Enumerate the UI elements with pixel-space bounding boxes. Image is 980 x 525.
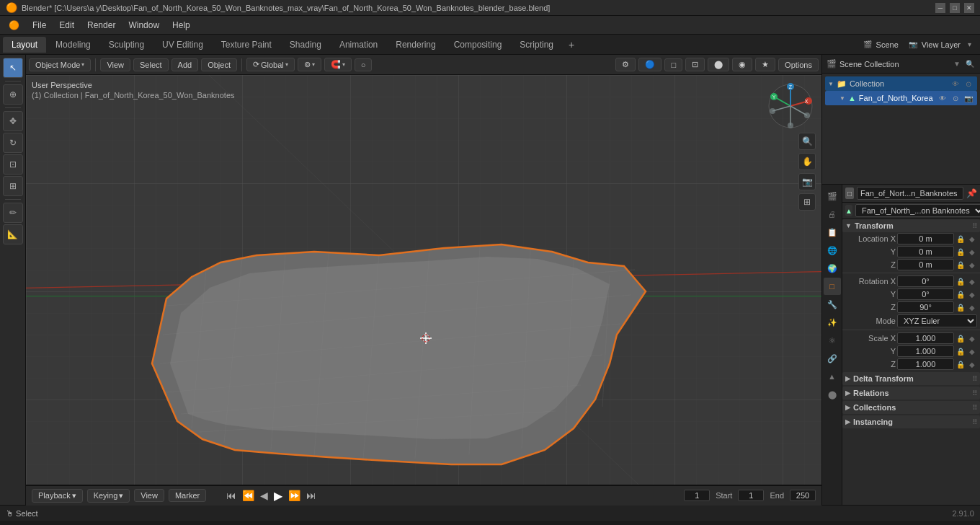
collection-visibility-icon[interactable]: 👁: [950, 78, 961, 89]
viewport-canvas[interactable]: User Perspective (1) Collection | Fan_of…: [26, 75, 821, 485]
rotation-y-keyframe[interactable]: ◆: [967, 289, 977, 299]
tab-sculpting[interactable]: Sculpting: [100, 37, 153, 53]
gizmo-area[interactable]: X Y Z: [765, 81, 816, 133]
annotate-tool-button[interactable]: ✏: [3, 203, 23, 223]
location-y-value[interactable]: 0 m: [897, 246, 954, 257]
menu-window[interactable]: Window: [122, 19, 165, 32]
scale-y-lock[interactable]: 🔒: [956, 346, 966, 356]
instancing-options-icon[interactable]: ⠿: [972, 418, 977, 426]
particles-props-button[interactable]: ✨: [824, 314, 841, 331]
object-menu-button[interactable]: Object: [201, 58, 237, 71]
rotation-mode-dropdown[interactable]: XYZ Euler: [897, 314, 977, 327]
end-frame-value[interactable]: 250: [790, 490, 816, 501]
output-props-button[interactable]: 🖨: [824, 206, 841, 223]
scale-tool-button[interactable]: ⊡: [3, 154, 23, 175]
menu-render[interactable]: Render: [81, 19, 121, 32]
tab-modeling[interactable]: Modeling: [47, 37, 99, 53]
menu-file[interactable]: File: [27, 19, 52, 32]
physics-props-button[interactable]: ⚛: [824, 332, 841, 349]
play-reverse-button[interactable]: ◀: [259, 490, 270, 501]
scene-collection-row[interactable]: ▼ 📁 Collection 👁 ⊙: [825, 76, 977, 91]
select-tool-button[interactable]: ↖: [3, 58, 23, 78]
relations-options-icon[interactable]: ⠿: [972, 389, 977, 397]
location-x-lock[interactable]: 🔒: [956, 234, 966, 244]
view-layer-dropdown-icon[interactable]: ▾: [968, 40, 971, 48]
scale-z-lock[interactable]: 🔒: [956, 359, 966, 369]
world-props-button[interactable]: 🌍: [824, 260, 841, 277]
view-layer-props-button[interactable]: 📋: [824, 224, 841, 241]
location-y-lock[interactable]: 🔒: [956, 247, 966, 257]
transform-orientation-button[interactable]: ⟳ Global ▾: [246, 58, 295, 71]
wireframe-shading-button[interactable]: ⊡: [685, 58, 705, 71]
transform-section-header[interactable]: ▼ Transform ⠿: [842, 219, 980, 232]
zoom-in-button[interactable]: 🔍: [798, 133, 816, 150]
rotation-z-lock[interactable]: 🔒: [956, 302, 966, 312]
object-props-button[interactable]: □: [824, 278, 841, 295]
snap-button[interactable]: 🧲 ▾: [324, 58, 352, 71]
tab-uv-editing[interactable]: UV Editing: [153, 37, 212, 53]
scale-y-value[interactable]: 1.000: [897, 345, 954, 357]
add-menu-button[interactable]: Add: [172, 58, 199, 71]
tab-layout[interactable]: Layout: [3, 37, 46, 53]
tab-rendering[interactable]: Rendering: [387, 37, 444, 53]
rotation-y-value[interactable]: 0°: [897, 288, 954, 300]
step-back-button[interactable]: ⏪: [241, 490, 256, 501]
location-z-value[interactable]: 0 m: [897, 259, 954, 270]
modifier-props-button[interactable]: 🔧: [824, 296, 841, 313]
collections-header[interactable]: ▶ Collections ⠿: [842, 401, 980, 414]
menu-blender[interactable]: 🟠: [3, 19, 25, 32]
jump-to-end-button[interactable]: ⏭: [305, 490, 318, 501]
outliner-search-icon[interactable]: 🔍: [964, 58, 976, 70]
relations-header[interactable]: ▶ Relations ⠿: [842, 387, 980, 400]
current-frame-input[interactable]: [684, 490, 710, 501]
window-controls[interactable]: ─ □ ✕: [935, 3, 974, 13]
pan-button[interactable]: ✋: [798, 153, 816, 170]
mesh-data-dropdown[interactable]: Fan_of_North_...on Banknotes: [855, 204, 980, 217]
step-forward-button[interactable]: ⏩: [287, 490, 302, 501]
rotate-tool-button[interactable]: ↻: [3, 133, 23, 153]
scene-props-button[interactable]: 🌐: [824, 242, 841, 259]
close-button[interactable]: ✕: [964, 3, 974, 13]
view-menu-button-timeline[interactable]: View: [134, 489, 164, 502]
material-shading-button[interactable]: ◉: [732, 58, 752, 71]
scale-z-value[interactable]: 1.000: [897, 358, 954, 370]
move-tool-button[interactable]: ✥: [3, 111, 23, 131]
object-visibility-icon[interactable]: 👁: [937, 92, 948, 104]
rotation-y-lock[interactable]: 🔒: [956, 289, 966, 299]
constraints-props-button[interactable]: 🔗: [824, 350, 841, 367]
collections-options-icon[interactable]: ⠿: [972, 404, 977, 412]
location-z-lock[interactable]: 🔒: [956, 260, 966, 270]
tab-texture-paint[interactable]: Texture Paint: [213, 37, 280, 53]
delta-options-icon[interactable]: ⠿: [972, 375, 977, 383]
proportional-edit-button[interactable]: ○: [355, 58, 373, 71]
object-data-props-button[interactable]: ▲: [824, 368, 841, 385]
menu-help[interactable]: Help: [166, 19, 196, 32]
rotation-x-lock[interactable]: 🔒: [956, 276, 966, 286]
minimize-button[interactable]: ─: [935, 3, 945, 13]
marker-menu-button[interactable]: Marker: [169, 489, 206, 502]
jump-to-start-button[interactable]: ⏮: [225, 490, 238, 501]
render-props-button[interactable]: 🎬: [824, 188, 841, 205]
transform-options-icon[interactable]: ⠿: [972, 222, 977, 230]
tab-scripting[interactable]: Scripting: [511, 37, 562, 53]
rotation-x-value[interactable]: 0°: [897, 275, 954, 287]
viewport-overlays-button[interactable]: 🔵: [638, 58, 662, 71]
menu-edit[interactable]: Edit: [53, 19, 80, 32]
object-mode-dropdown[interactable]: Object Mode ▾: [29, 58, 91, 71]
options-button[interactable]: Options: [778, 58, 819, 71]
measure-tool-button[interactable]: 📐: [3, 224, 23, 244]
viewport-gizmos-button[interactable]: ⚙: [615, 58, 636, 71]
pivot-button[interactable]: ⊚ ▾: [298, 58, 321, 71]
render-visibility-icon[interactable]: 📷: [963, 92, 974, 104]
location-y-keyframe[interactable]: ◆: [967, 247, 977, 257]
playback-menu-button[interactable]: Playback ▾: [32, 489, 83, 503]
play-button[interactable]: ▶: [272, 489, 284, 503]
object-select-icon[interactable]: ⊙: [950, 92, 961, 104]
rotation-z-keyframe[interactable]: ◆: [967, 302, 977, 312]
tab-compositing[interactable]: Compositing: [445, 37, 511, 53]
scale-x-value[interactable]: 1.000: [897, 332, 954, 344]
solid-shading-button[interactable]: ⬤: [708, 58, 729, 71]
rendered-shading-button[interactable]: ★: [755, 58, 775, 71]
xray-toggle-button[interactable]: □: [664, 58, 682, 71]
maximize-button[interactable]: □: [950, 3, 960, 13]
